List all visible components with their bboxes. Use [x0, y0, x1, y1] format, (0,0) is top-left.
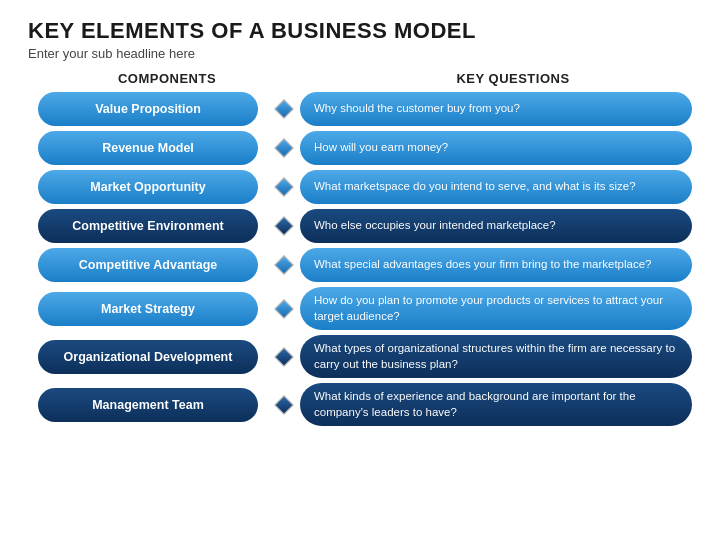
- diamond-icon: [274, 347, 294, 367]
- diamond-cell: [268, 302, 300, 316]
- question-button: What kinds of experience and background …: [300, 383, 692, 426]
- question-cell: What marketspace do you intend to serve,…: [300, 170, 692, 204]
- component-button[interactable]: Competitive Advantage: [38, 248, 258, 282]
- question-button: What special advantages does your firm b…: [300, 248, 692, 282]
- component-cell: Management Team: [28, 388, 268, 422]
- question-button: How will you earn money?: [300, 131, 692, 165]
- component-cell: Market Opportunity: [28, 170, 268, 204]
- question-cell: Why should the customer buy from you?: [300, 92, 692, 126]
- diamond-icon: [274, 99, 294, 119]
- component-button[interactable]: Organizational Development: [38, 340, 258, 374]
- diamond-icon: [274, 299, 294, 319]
- subtitle: Enter your sub headline here: [28, 46, 692, 61]
- diamond-cell: [268, 398, 300, 412]
- question-cell: How will you earn money?: [300, 131, 692, 165]
- slide: KEY ELEMENTS OF A BUSINESS MODEL Enter y…: [0, 0, 720, 540]
- header-components: COMPONENTS: [32, 71, 302, 86]
- table-row: Competitive Advantage What special advan…: [28, 248, 692, 282]
- question-button: What marketspace do you intend to serve,…: [300, 170, 692, 204]
- table-row: Revenue Model How will you earn money?: [28, 131, 692, 165]
- diamond-cell: [268, 141, 300, 155]
- component-button[interactable]: Market Strategy: [38, 292, 258, 326]
- diamond-cell: [268, 219, 300, 233]
- diamond-icon: [274, 395, 294, 415]
- question-cell: How do you plan to promote your products…: [300, 287, 692, 330]
- diamond-icon: [274, 216, 294, 236]
- component-button[interactable]: Competitive Environment: [38, 209, 258, 243]
- table-row: Management Team What kinds of experience…: [28, 383, 692, 426]
- table-header: COMPONENTS KEY QUESTIONS: [28, 71, 692, 86]
- component-cell: Market Strategy: [28, 292, 268, 326]
- component-button[interactable]: Revenue Model: [38, 131, 258, 165]
- component-button[interactable]: Value Proposition: [38, 92, 258, 126]
- diamond-cell: [268, 102, 300, 116]
- table-row: Competitive Environment Who else occupie…: [28, 209, 692, 243]
- table-row: Value Proposition Why should the custome…: [28, 92, 692, 126]
- table-row: Market Strategy How do you plan to promo…: [28, 287, 692, 330]
- question-cell: Who else occupies your intended marketpl…: [300, 209, 692, 243]
- question-cell: What types of organizational structures …: [300, 335, 692, 378]
- rows-container: Value Proposition Why should the custome…: [28, 92, 692, 528]
- diamond-cell: [268, 258, 300, 272]
- component-cell: Competitive Advantage: [28, 248, 268, 282]
- diamond-cell: [268, 180, 300, 194]
- component-button[interactable]: Management Team: [38, 388, 258, 422]
- question-cell: What kinds of experience and background …: [300, 383, 692, 426]
- question-button: How do you plan to promote your products…: [300, 287, 692, 330]
- header-questions: KEY QUESTIONS: [334, 71, 692, 86]
- component-cell: Organizational Development: [28, 340, 268, 374]
- diamond-icon: [274, 177, 294, 197]
- component-cell: Revenue Model: [28, 131, 268, 165]
- question-button: What types of organizational structures …: [300, 335, 692, 378]
- component-cell: Value Proposition: [28, 92, 268, 126]
- component-button[interactable]: Market Opportunity: [38, 170, 258, 204]
- table-row: Market Opportunity What marketspace do y…: [28, 170, 692, 204]
- main-title: KEY ELEMENTS OF A BUSINESS MODEL: [28, 18, 692, 44]
- diamond-cell: [268, 350, 300, 364]
- question-button: Who else occupies your intended marketpl…: [300, 209, 692, 243]
- question-cell: What special advantages does your firm b…: [300, 248, 692, 282]
- component-cell: Competitive Environment: [28, 209, 268, 243]
- diamond-icon: [274, 138, 294, 158]
- diamond-icon: [274, 255, 294, 275]
- question-button: Why should the customer buy from you?: [300, 92, 692, 126]
- table-row: Organizational Development What types of…: [28, 335, 692, 378]
